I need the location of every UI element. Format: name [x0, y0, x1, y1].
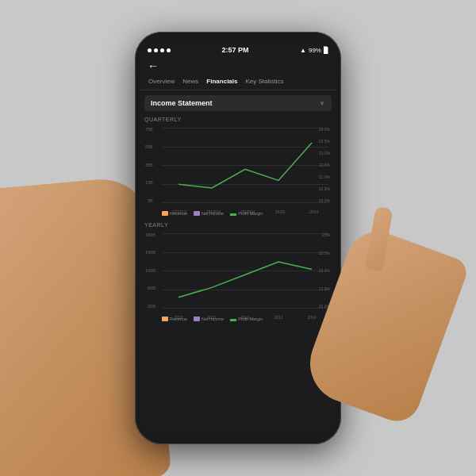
battery-icon: ▉	[324, 47, 328, 54]
dropdown-label: Income Statement	[151, 99, 213, 107]
tab-financials[interactable]: Financials	[202, 76, 241, 86]
dot4	[167, 48, 171, 52]
legend-revenue-label: Revenue	[170, 211, 187, 216]
chevron-down-icon: ▼	[319, 100, 325, 107]
legend-y-income-color	[194, 317, 200, 321]
q-r7: 20.0%	[319, 199, 330, 203]
status-bar: 2:57 PM ▲ 99% ▉	[140, 43, 336, 56]
tab-news[interactable]: News	[178, 76, 202, 86]
nav-bar: ←	[140, 56, 336, 76]
quarterly-chart: 75B 55B 35B 15B 5B	[144, 124, 332, 217]
legend-y-margin-label: Profit Margin	[238, 317, 263, 321]
battery-level: 99%	[309, 47, 321, 54]
dot3	[160, 48, 164, 52]
yearly-section-label: YEARLY	[144, 222, 332, 228]
dot1	[148, 48, 152, 52]
q-r6: 20.5%	[319, 187, 330, 191]
y-r1: 23%	[322, 233, 330, 237]
quarterly-section-label: QUARTERLY	[144, 117, 332, 122]
q-y3: 35B	[145, 163, 153, 168]
legend-margin-color	[230, 213, 236, 216]
legend-margin-q: Profit Margin	[230, 211, 263, 216]
q-y5: 5B	[145, 199, 153, 204]
q-x4: 09/20..	[275, 209, 287, 214]
wifi-icon: ▲	[300, 47, 306, 54]
quarterly-bars	[162, 128, 328, 203]
dot2	[154, 48, 158, 52]
legend-income-label: Net Income	[202, 211, 224, 216]
legend-revenue-q: Revenue	[162, 211, 187, 216]
legend-margin-y: Profit Margin	[230, 317, 263, 321]
y-y5: 20B	[145, 305, 155, 309]
pointing-finger	[365, 206, 393, 272]
phone-screen: 2:57 PM ▲ 99% ▉ ← Overview News Financia…	[140, 43, 336, 433]
q-y1: 75B	[145, 128, 153, 132]
phone: 2:57 PM ▲ 99% ▉ ← Overview News Financia…	[135, 32, 341, 444]
legend-y-revenue-color	[162, 317, 168, 321]
status-dots	[148, 48, 171, 52]
y-x5: 2014	[307, 315, 316, 320]
income-statement-dropdown[interactable]: Income Statement ▼	[144, 95, 332, 111]
yearly-chart: 180B 140B 100B 60B 20B	[144, 229, 332, 323]
y-r3: 22.0%	[319, 269, 330, 273]
q-r4: 22.5%	[319, 163, 330, 167]
quarterly-y-right: 24.0% 23.5% 23.0% 22.5% 21.0% 20.5% 20.0…	[305, 128, 332, 203]
legend-revenue-color	[162, 211, 168, 216]
tab-overview[interactable]: Overview	[144, 76, 178, 86]
q-y2: 55B	[145, 145, 153, 150]
y-r4: 21.5%	[319, 287, 330, 291]
q-r3: 23.0%	[319, 152, 330, 155]
tab-key-statistics[interactable]: Key Statistics	[241, 76, 287, 86]
quarterly-bars-area: 12/2013 03/2014 06/2014 09/20.. ..2014	[162, 128, 328, 203]
q-y4: 15B	[145, 181, 153, 186]
y-y4: 60B	[145, 286, 155, 291]
y-y3: 100B	[145, 269, 155, 274]
status-time: 2:57 PM	[222, 46, 249, 54]
q-r1: 24.0%	[319, 128, 330, 132]
legend-margin-label: Profit Margin	[238, 211, 263, 216]
charts-area: QUARTERLY 75B 55B 35B 15B 5B	[140, 113, 336, 433]
legend-y-income-label: Net Income	[202, 317, 224, 321]
legend-income-y: Net Income	[194, 317, 224, 321]
status-right: ▲ 99% ▉	[300, 47, 328, 54]
legend-y-margin-color	[230, 319, 236, 321]
legend-income-color	[194, 211, 200, 216]
y-x4: 2013	[274, 315, 282, 320]
back-button[interactable]: ←	[148, 60, 159, 72]
q-r5: 21.0%	[319, 175, 330, 179]
q-r2: 23.5%	[319, 140, 330, 144]
legend-y-revenue-label: Revenue	[170, 317, 187, 321]
q-x5: ..2014	[307, 209, 318, 214]
tab-bar: Overview News Financials Key Statistics	[140, 76, 336, 90]
yearly-bars-area: 2010 2011 2012 2013 2014	[162, 233, 328, 309]
yearly-legend: Revenue Net Income Profit Margin	[162, 317, 263, 321]
yearly-y-axis: 180B 140B 100B 60B 20B	[145, 233, 155, 309]
quarterly-y-axis: 75B 55B 35B 15B 5B	[145, 128, 153, 203]
yearly-y-right: 23% 22.5% 22.0% 21.5% 21.0%	[308, 233, 332, 309]
quarterly-legend: Revenue Net Income Profit Margin	[162, 211, 263, 216]
yearly-bars	[162, 233, 328, 309]
y-r2: 22.5%	[319, 251, 330, 255]
y-y2: 140B	[145, 251, 155, 255]
scene: 2:57 PM ▲ 99% ▉ ← Overview News Financia…	[0, 0, 476, 476]
legend-revenue-y: Revenue	[162, 317, 187, 321]
y-y1: 180B	[145, 233, 155, 238]
legend-income-q: Net Income	[194, 211, 224, 216]
